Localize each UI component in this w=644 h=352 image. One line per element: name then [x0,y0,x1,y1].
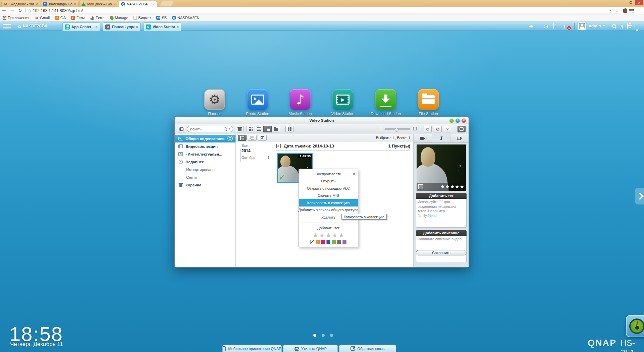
extension-icon[interactable] [623,9,627,13]
desktop-icon-photo-station[interactable]: Photo Station [239,89,276,116]
url-field[interactable]: 192.168.1.141:8080/cgi-bin/ ☆ [25,8,621,13]
save-button[interactable]: Сохранить [416,250,467,255]
timeline-all[interactable]: Все [241,143,248,148]
browser-tab-gmail[interactable]: M Входящие - xardplotnikov × [1,1,40,7]
folder-view-button[interactable] [272,126,280,132]
new-tab-button[interactable] [160,1,174,6]
pager-dot-2[interactable] [322,334,325,337]
sidebar-item-shared-videos[interactable]: Общие видеозаписи [175,135,235,142]
reload-icon[interactable]: ↻ [16,8,24,13]
color-label-brown[interactable] [337,240,341,244]
sidebar-item-recent[interactable]: Недавнее [175,158,235,166]
timeline-month[interactable]: Октябрь [241,156,255,160]
menu-item-open[interactable]: Открыть [299,178,358,185]
browser-tab-drive[interactable]: Мой диск – Google Диск × [79,1,118,7]
taskbar-mobile-app-button[interactable]: Мобильное приложение QNAP [222,345,282,352]
rating-stars[interactable]: ★★★★★ [440,184,464,190]
sidebar-item-video-collection[interactable]: Видеоколлекция [175,142,235,150]
help-icon[interactable]: ? [620,23,623,29]
menu-item-play[interactable]: Воспроизвести ▶ [299,170,358,178]
tab-close-icon[interactable]: × [114,2,116,6]
tab-close-icon[interactable]: × [136,25,138,29]
thumbnail-view-button[interactable] [247,126,255,132]
menu-item-add-to-share-list[interactable]: Добавить в список общего доступа [299,207,358,214]
bookmark-nas[interactable]: QNASD6A2E6 [172,16,199,20]
sidebar-item-imported[interactable]: Импортировано [175,166,235,173]
host-button[interactable]: ⌂ NASDF2CB4 [15,21,50,31]
trash-button[interactable] [236,126,244,132]
tab-close-icon[interactable]: × [74,2,76,6]
sidebar-item-smart-collection[interactable]: S «Интеллектуальн... [175,150,235,158]
color-label-purple[interactable] [342,240,346,244]
zoom-handle[interactable] [395,128,398,132]
desktop-icon-music-station[interactable]: ♪ Music Station [282,89,319,116]
tab-share[interactable] [450,134,469,142]
bookmark-widget[interactable]: Виджет [133,16,151,20]
group-checkbox[interactable]: ✓ [276,144,281,148]
color-label-none[interactable] [310,240,314,244]
background-tasks-icon[interactable]: ◷ [544,23,548,29]
pager-dot-1[interactable] [313,334,316,337]
user-menu-caret-icon[interactable]: ▾ [603,24,605,27]
upload-circle-icon[interactable] [227,136,233,141]
bookmark-ga[interactable]: GAGA [55,16,66,20]
bookmark-ferra[interactable]: FFerra [71,16,85,20]
color-label-pink[interactable] [321,240,325,244]
search-icon[interactable] [223,127,227,131]
tab-close-icon[interactable]: × [96,25,98,29]
menu-item-copy-to-collection[interactable]: Копировать в коллекцию [299,199,358,207]
slide-panel-handle[interactable] [635,188,644,204]
timeline-view-button[interactable] [263,126,272,132]
pager-dot-3[interactable] [330,334,333,337]
tab-close-icon[interactable]: × [153,2,155,6]
timeline-mode-button[interactable] [238,135,247,141]
photo-station-icon[interactable] [247,89,268,110]
taskbar-utility-button[interactable]: Утилита QNAP [283,345,338,352]
timeline-year[interactable]: 2014 [241,149,251,153]
device-sync-icon[interactable] [553,23,554,29]
window-titlebar[interactable]: Video Station – + × [175,117,469,124]
qnap-tab-video-station[interactable]: ▶ Video Station × [144,22,181,31]
tab-camera[interactable] [414,134,432,142]
language-globe-icon[interactable] [627,23,628,29]
browser-tab-nas[interactable]: Q NASDF2CB4 × [119,1,157,7]
browser-tab-calendar[interactable]: 11 Календарь Google × [41,1,78,7]
help-button[interactable]: ? [444,126,451,132]
sidebar-item-taken[interactable]: Снято [175,173,235,181]
bookmark-sb[interactable]: SBSB [156,16,167,20]
color-label-orange[interactable] [316,240,320,244]
window-maximize-button[interactable]: + [455,118,460,123]
toggle-left-panel-button[interactable] [178,126,185,132]
poster-view-button[interactable] [285,126,294,132]
forward-icon[interactable]: → [8,8,16,13]
tab-close-icon[interactable]: × [36,2,38,6]
bookmark-apps[interactable]: Приложения [3,16,29,20]
user-name[interactable]: admin [589,24,601,28]
desktop-icon-video-station[interactable]: ▶ Video Station [324,89,361,116]
myqnapcloud-icon[interactable]: ☁ [528,22,534,29]
list-view-button[interactable] [255,126,263,132]
search-input[interactable] [190,127,222,131]
settings-button[interactable]: ⚙ [434,126,442,132]
back-icon[interactable]: ← [0,8,8,13]
restore-button[interactable] [627,0,635,5]
qnap-tab-app-center[interactable]: App Center × [62,22,100,31]
desktop-icon-control-panel[interactable]: ⚙ Панель управления [196,89,233,121]
bookmark-gmail[interactable]: MGmail [35,16,50,20]
dashboard-button[interactable] [626,315,644,337]
description-input[interactable] [416,236,467,262]
tab-close-icon[interactable]: × [177,25,179,29]
music-station-icon[interactable]: ♪ [290,89,311,110]
search-box[interactable]: ▾ [187,126,233,132]
menu-item-download[interactable]: Скачать MIB [299,192,358,199]
url-text[interactable]: 192.168.1.141:8080/cgi-bin/ [33,8,607,13]
control-panel-icon[interactable]: ⚙ [204,89,225,110]
color-label-icon[interactable] [418,184,423,189]
taskbar-feedback-button[interactable]: Обратная связь [339,345,396,352]
refresh-button[interactable]: ↻ [424,126,432,132]
upload-button[interactable] [258,135,267,141]
minimize-button[interactable]: – [618,0,627,5]
qnap-tab-control-panel[interactable]: ⚙ Панель управ... × [103,22,141,31]
menu-item-add-tag[interactable]: Добавить тег [299,225,358,232]
color-label-green[interactable] [332,240,336,244]
